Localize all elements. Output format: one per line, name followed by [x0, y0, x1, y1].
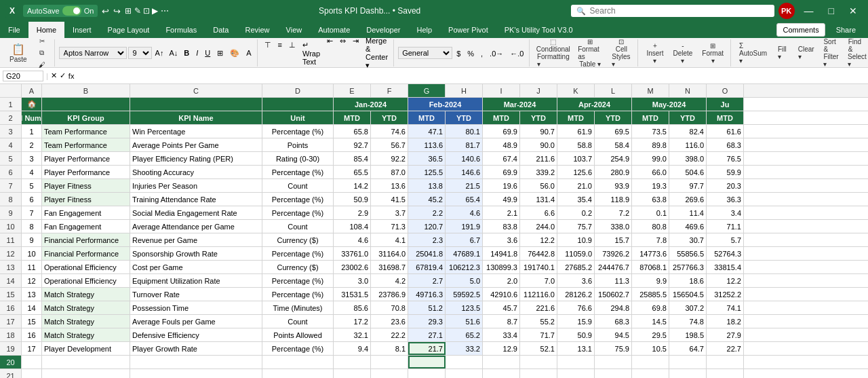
autosum-button[interactable]: Σ AutoSum ▾: [735, 41, 772, 66]
cell-n20[interactable]: [669, 356, 707, 368]
cell-b19[interactable]: Player Development: [42, 342, 130, 355]
undo-button[interactable]: ↩: [102, 6, 109, 16]
cell-i5[interactable]: 67.4: [483, 152, 520, 165]
cell-j19[interactable]: 52.1: [520, 342, 557, 355]
tab-file[interactable]: File: [0, 22, 28, 38]
cell-g11[interactable]: 2.3: [408, 233, 446, 246]
cell-m8[interactable]: 63.8: [632, 193, 669, 206]
cell-o10[interactable]: 71.1: [707, 220, 744, 233]
cell-c2[interactable]: KPI Name: [130, 111, 262, 124]
cell-f16[interactable]: 70.8: [371, 301, 408, 314]
cell-i1-mar[interactable]: Mar-2024: [483, 98, 557, 111]
cell-k9[interactable]: 0.2: [557, 206, 595, 219]
cell-j18[interactable]: 71.7: [520, 328, 557, 341]
cell-d8[interactable]: Percentage (%): [262, 193, 334, 206]
cell-n13[interactable]: 257766.3: [669, 261, 707, 273]
cell-g4[interactable]: 113.6: [408, 138, 446, 151]
cell-c4[interactable]: Average Points Per Game: [130, 138, 262, 151]
cell-k21[interactable]: [557, 369, 595, 378]
cell-n12[interactable]: 55856.5: [669, 247, 707, 260]
format-as-table-button[interactable]: ⊞Format asTable ▾: [574, 37, 606, 69]
cell-l2[interactable]: YTD: [595, 111, 632, 124]
cell-m17[interactable]: 14.5: [632, 315, 669, 328]
cell-g12[interactable]: 25041.8: [408, 247, 446, 260]
cell-a20[interactable]: [22, 356, 42, 368]
cell-c18[interactable]: Defensive Efficiency: [130, 328, 262, 341]
tab-view[interactable]: View: [278, 22, 311, 38]
cell-d20[interactable]: [262, 356, 334, 368]
cell-c1[interactable]: [130, 98, 262, 111]
col-header-k[interactable]: K: [557, 84, 595, 97]
cell-a3[interactable]: 1: [22, 125, 42, 138]
cell-m11[interactable]: 7.8: [632, 233, 669, 246]
cell-d4[interactable]: Points: [262, 138, 334, 151]
sort-filter-button[interactable]: Sort &Filter ▾: [819, 37, 842, 69]
cell-m3[interactable]: 73.5: [632, 125, 669, 138]
cell-o8[interactable]: 36.3: [707, 193, 744, 206]
col-header-n[interactable]: N: [669, 84, 707, 97]
cell-l17[interactable]: 68.3: [595, 315, 632, 328]
cell-d18[interactable]: Points Allowed: [262, 328, 334, 341]
cell-i2[interactable]: MTD: [483, 111, 520, 124]
cell-e11[interactable]: 4.6: [334, 233, 371, 246]
decrease-decimal-button[interactable]: ←.0: [507, 49, 526, 58]
col-header-c[interactable]: C: [130, 84, 262, 97]
cell-c8[interactable]: Training Attendance Rate: [130, 193, 262, 206]
cell-a21[interactable]: [22, 369, 42, 378]
wrap-text-button[interactable]: ↵ Wrap Text: [300, 40, 323, 67]
cell-g13[interactable]: 67819.4: [408, 261, 446, 273]
cell-a13[interactable]: 11: [22, 261, 42, 273]
cell-k2[interactable]: MTD: [557, 111, 595, 124]
cell-k19[interactable]: 13.1: [557, 342, 595, 355]
cell-f8[interactable]: 41.5: [371, 193, 408, 206]
percent-button[interactable]: %: [465, 49, 477, 58]
cell-m15[interactable]: 25885.5: [632, 288, 669, 301]
cell-d7[interactable]: Count: [262, 179, 334, 192]
cell-h4[interactable]: 81.7: [446, 138, 483, 151]
cell-k8[interactable]: 35.4: [557, 193, 595, 206]
cell-h8[interactable]: 65.4: [446, 193, 483, 206]
cell-o19[interactable]: 22.7: [707, 342, 744, 355]
cell-h15[interactable]: 59592.5: [446, 288, 483, 301]
cell-d12[interactable]: Percentage (%): [262, 247, 334, 260]
cell-i17[interactable]: 8.7: [483, 315, 520, 328]
col-header-j[interactable]: J: [520, 84, 557, 97]
cell-o17[interactable]: 18.2: [707, 315, 744, 328]
cell-f11[interactable]: 4.1: [371, 233, 408, 246]
cell-g6[interactable]: 125.5: [408, 166, 446, 178]
cell-n2[interactable]: YTD: [669, 111, 707, 124]
format-painter-button[interactable]: 🖌: [33, 60, 52, 70]
cell-j17[interactable]: 55.2: [520, 315, 557, 328]
cell-i14[interactable]: 2.0: [483, 274, 520, 287]
cell-b4[interactable]: Team Performance: [42, 138, 130, 151]
tab-help[interactable]: Help: [408, 22, 440, 38]
cell-l19[interactable]: 75.9: [595, 342, 632, 355]
cell-b17[interactable]: Match Strategy: [42, 315, 130, 328]
cell-e15[interactable]: 31531.5: [334, 288, 371, 301]
cell-h3[interactable]: 80.1: [446, 125, 483, 138]
cell-h21[interactable]: [446, 369, 483, 378]
cell-f5[interactable]: 92.2: [371, 152, 408, 165]
cell-h16[interactable]: 123.5: [446, 301, 483, 314]
cell-l13[interactable]: 244476.7: [595, 261, 632, 273]
cell-f3[interactable]: 74.6: [371, 125, 408, 138]
cell-e14[interactable]: 3.0: [334, 274, 371, 287]
cell-g18[interactable]: 27.1: [408, 328, 446, 341]
cell-m18[interactable]: 29.5: [632, 328, 669, 341]
align-bottom-button[interactable]: ⊥: [286, 40, 298, 67]
cell-n15[interactable]: 156504.5: [669, 288, 707, 301]
cell-h6[interactable]: 146.6: [446, 166, 483, 178]
number-format-select[interactable]: General: [398, 47, 452, 59]
paste-button[interactable]: 📋Paste: [5, 41, 31, 64]
cell-b18[interactable]: Match Strategy: [42, 328, 130, 341]
cell-d2[interactable]: Unit: [262, 111, 334, 124]
cell-c16[interactable]: Possession Time: [130, 301, 262, 314]
tab-data[interactable]: Data: [205, 22, 237, 38]
cell-k1-apr[interactable]: Apr-2024: [557, 98, 632, 111]
cell-b14[interactable]: Operational Efficiency: [42, 274, 130, 287]
maximize-button[interactable]: □: [823, 3, 840, 19]
cell-n11[interactable]: 30.7: [669, 233, 707, 246]
cell-c19[interactable]: Player Growth Rate: [130, 342, 262, 355]
cell-d5[interactable]: Rating (0-30): [262, 152, 334, 165]
cell-l21[interactable]: [595, 369, 632, 378]
